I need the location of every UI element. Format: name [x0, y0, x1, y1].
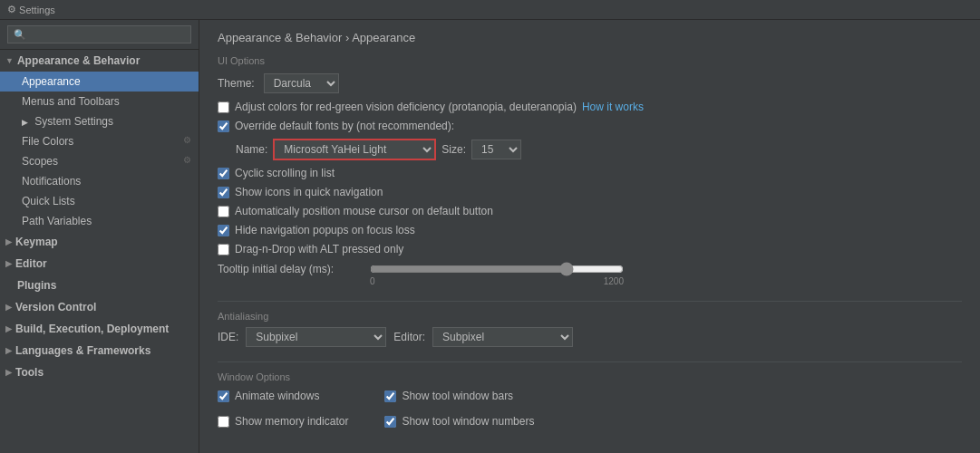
font-name-row: Name: Microsoft YaHei Light Arial Consol…	[236, 139, 962, 160]
sidebar-item-system-settings[interactable]: ▶ System Settings	[0, 111, 199, 131]
slider-ticks: 0 1200	[370, 276, 624, 286]
settings-icon: ⚙	[7, 4, 16, 15]
adjust-colors-row: Adjust colors for red-green vision defic…	[218, 101, 962, 113]
theme-row: Theme: Darcula IntelliJ Windows	[218, 73, 962, 93]
sidebar-group-build[interactable]: ▶ Build, Execution, Deployment	[0, 318, 199, 340]
sidebar-group-languages[interactable]: ▶ Languages & Frameworks	[0, 340, 199, 361]
override-fonts-label[interactable]: Override default fonts by (not recommend…	[218, 120, 454, 132]
title-bar: ⚙ Settings	[0, 0, 980, 20]
editor-arrow: ▶	[5, 259, 12, 268]
ide-antialiasing-select[interactable]: Subpixel Greyscale None	[246, 327, 386, 347]
tooltip-delay-label: Tooltip initial delay (ms):	[218, 263, 363, 275]
file-colors-icon: ⚙	[183, 135, 191, 145]
font-size-label: Size:	[441, 143, 466, 156]
title-text: Settings	[19, 5, 55, 15]
window-options-label: Window Options	[218, 371, 962, 382]
sidebar-item-scopes[interactable]: Scopes ⚙	[0, 151, 199, 171]
sidebar-item-menus-toolbars[interactable]: Menus and Toolbars	[0, 92, 199, 111]
sidebar-item-appearance[interactable]: Appearance	[0, 72, 199, 92]
sidebar-item-file-colors[interactable]: File Colors ⚙	[0, 131, 199, 151]
search-box	[0, 20, 199, 50]
sidebar-item-path-variables[interactable]: Path Variables	[0, 211, 199, 231]
sidebar-group-label: Appearance & Behavior	[17, 54, 140, 67]
sidebar-section-appearance-behavior: ▼ Appearance & Behavior Appearance Menus…	[0, 50, 199, 231]
drag-drop-checkbox[interactable]	[218, 244, 229, 255]
sidebar-group-keymap[interactable]: ▶ Keymap	[0, 231, 199, 253]
divider	[218, 301, 962, 302]
expand-arrow: ▼	[5, 56, 14, 65]
override-fonts-row: Override default fonts by (not recommend…	[218, 120, 962, 132]
auto-position-row: Automatically position mouse cursor on d…	[218, 205, 962, 217]
show-memory-row: Show memory indicator	[218, 415, 348, 428]
cyclic-scrolling-row: Cyclic scrolling in list	[218, 167, 962, 179]
divider2	[218, 361, 962, 362]
theme-label: Theme:	[218, 77, 255, 90]
ui-options-label: UI Options	[218, 55, 962, 66]
antialiasing-section: Antialiasing IDE: Subpixel Greyscale Non…	[218, 311, 962, 347]
animate-windows-checkbox[interactable]	[218, 390, 229, 402]
show-tool-window-bars-row: Show tool window bars	[384, 390, 534, 402]
font-name-label: Name:	[236, 143, 267, 156]
sidebar: ▼ Appearance & Behavior Appearance Menus…	[0, 20, 199, 453]
override-fonts-checkbox[interactable]	[218, 120, 229, 132]
font-name-select[interactable]: Microsoft YaHei Light Arial Consolas	[273, 139, 436, 160]
theme-select[interactable]: Darcula IntelliJ Windows	[264, 73, 339, 93]
show-tool-window-numbers-checkbox[interactable]	[384, 416, 396, 428]
sidebar-group-editor[interactable]: ▶ Editor	[0, 253, 199, 275]
content-area: Appearance & Behavior › Appearance UI Op…	[199, 20, 980, 453]
hide-nav-popups-label[interactable]: Hide navigation popups on focus loss	[218, 224, 415, 236]
sidebar-group-version-control[interactable]: ▶ Version Control	[0, 296, 199, 318]
font-size-select[interactable]: 121314 151618	[471, 140, 521, 159]
breadcrumb: Appearance & Behavior › Appearance	[218, 31, 962, 44]
cyclic-scrolling-label[interactable]: Cyclic scrolling in list	[218, 167, 335, 179]
drag-drop-row: Drag-n-Drop with ALT pressed only	[218, 243, 962, 255]
hide-nav-popups-row: Hide navigation popups on focus loss	[218, 224, 962, 236]
show-memory-checkbox[interactable]	[218, 416, 229, 428]
show-memory-label[interactable]: Show memory indicator	[218, 415, 348, 428]
sidebar-item-quick-lists[interactable]: Quick Lists	[0, 191, 199, 211]
window-options-col-left: Animate windows Show memory indicator	[218, 390, 348, 434]
window-options-row: Animate windows Show memory indicator	[218, 390, 962, 434]
editor-aa-label: Editor:	[393, 331, 425, 343]
show-icons-row: Show icons in quick navigation	[218, 186, 962, 198]
show-icons-label[interactable]: Show icons in quick navigation	[218, 186, 383, 198]
tooltip-slider-container: Tooltip initial delay (ms): 0 1200	[218, 262, 962, 286]
languages-arrow: ▶	[5, 346, 12, 355]
window-options-col-right: Show tool window bars Show tool window n…	[384, 390, 534, 434]
tooltip-slider-row: Tooltip initial delay (ms):	[218, 262, 962, 276]
sidebar-group-appearance-behavior[interactable]: ▼ Appearance & Behavior	[0, 50, 199, 72]
scopes-icon: ⚙	[183, 155, 191, 165]
sidebar-group-plugins[interactable]: Plugins	[0, 275, 199, 296]
tools-arrow: ▶	[5, 368, 12, 377]
version-control-arrow: ▶	[5, 303, 12, 312]
tooltip-delay-slider[interactable]	[370, 262, 624, 276]
build-arrow: ▶	[5, 324, 12, 333]
cyclic-scrolling-checkbox[interactable]	[218, 168, 229, 179]
show-icons-checkbox[interactable]	[218, 187, 229, 198]
keymap-arrow: ▶	[5, 237, 12, 246]
how-it-works-link[interactable]: How it works	[582, 101, 644, 113]
auto-position-checkbox[interactable]	[218, 206, 229, 217]
show-tool-window-bars-label[interactable]: Show tool window bars	[384, 390, 513, 402]
animate-windows-row: Animate windows	[218, 390, 348, 402]
show-tool-window-bars-checkbox[interactable]	[384, 390, 396, 402]
drag-drop-label[interactable]: Drag-n-Drop with ALT pressed only	[218, 243, 403, 255]
show-tool-window-numbers-label[interactable]: Show tool window numbers	[384, 415, 534, 428]
search-input[interactable]	[7, 25, 191, 43]
show-tool-window-numbers-row: Show tool window numbers	[384, 415, 534, 428]
antialiasing-row: IDE: Subpixel Greyscale None Editor: Sub…	[218, 327, 962, 347]
hide-nav-popups-checkbox[interactable]	[218, 225, 229, 236]
adjust-colors-label[interactable]: Adjust colors for red-green vision defic…	[218, 101, 577, 113]
window-options-section: Window Options Animate windows Show memo…	[218, 371, 962, 434]
editor-antialiasing-select[interactable]: Subpixel Greyscale None	[432, 327, 573, 347]
sidebar-item-notifications[interactable]: Notifications	[0, 171, 199, 191]
ui-options-section: Theme: Darcula IntelliJ Windows Adjust c…	[218, 73, 962, 286]
sidebar-group-tools[interactable]: ▶ Tools	[0, 361, 199, 383]
animate-windows-label[interactable]: Animate windows	[218, 390, 319, 402]
auto-position-label[interactable]: Automatically position mouse cursor on d…	[218, 205, 493, 217]
antialiasing-label: Antialiasing	[218, 311, 962, 322]
system-settings-arrow: ▶	[22, 118, 28, 127]
ide-aa-label: IDE:	[218, 331, 238, 343]
adjust-colors-checkbox[interactable]	[218, 101, 229, 113]
